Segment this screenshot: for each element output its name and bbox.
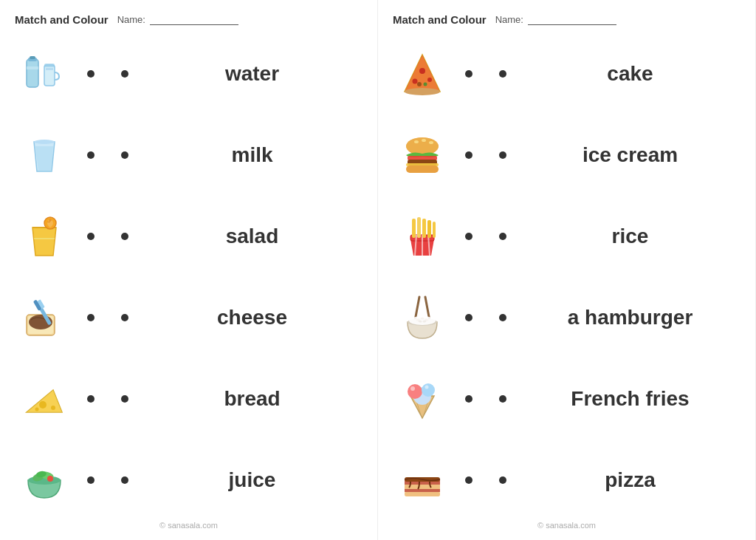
right-dot4-right — [499, 314, 506, 321]
icon-fries — [393, 213, 452, 260]
word-salad: salad — [142, 225, 362, 248]
svg-point-7 — [34, 140, 55, 144]
left-copyright: © sanasala.com — [15, 521, 362, 533]
right-panel: Match and Colour Name: — [378, 0, 756, 540]
left-dot5-right — [121, 395, 128, 403]
word-cheese: cheese — [142, 306, 362, 329]
svg-rect-9 — [47, 222, 50, 222]
icon-juice-glass — [15, 213, 74, 260]
svg-rect-49 — [422, 219, 426, 238]
left-row-juice: juice — [15, 447, 362, 513]
icon-rice-bowl — [393, 294, 452, 341]
svg-rect-42 — [406, 165, 439, 173]
svg-point-37 — [422, 139, 426, 142]
right-dot3-left — [465, 233, 472, 240]
svg-point-33 — [424, 83, 427, 86]
left-row-cheese: cheese — [15, 284, 362, 351]
word-pizza: pizza — [520, 468, 740, 492]
left-dot3-left — [87, 233, 94, 240]
svg-rect-5 — [44, 64, 55, 67]
right-dot5-right — [499, 395, 506, 403]
icon-water-bottles — [15, 50, 74, 98]
word-water: water — [142, 62, 362, 86]
right-row-pizza: pizza — [393, 447, 740, 513]
left-dot4-right — [121, 314, 128, 321]
svg-point-25 — [47, 476, 53, 482]
icon-glass-water — [15, 131, 74, 179]
svg-point-18 — [39, 401, 47, 409]
icon-cheese — [15, 375, 74, 423]
left-title: Match and Colour — [15, 13, 109, 26]
right-dot5-left — [465, 395, 472, 403]
svg-point-29 — [419, 68, 425, 74]
right-row-ice-cream: ice cream — [393, 122, 740, 188]
word-cake: cake — [520, 62, 740, 86]
right-dot3-right — [499, 233, 506, 240]
right-dot6-left — [465, 476, 472, 484]
svg-point-66 — [422, 383, 435, 397]
icon-pizza — [393, 50, 452, 98]
left-dot2-left — [87, 151, 94, 159]
left-dot6-left — [87, 476, 94, 484]
right-dot1-left — [465, 70, 472, 78]
right-row-hamburger: a hamburger — [393, 284, 740, 351]
svg-point-19 — [51, 406, 55, 410]
left-header: Match and Colour Name: — [15, 13, 362, 26]
left-dot1-left — [87, 70, 94, 78]
word-french-fries: French fries — [520, 387, 740, 411]
icon-bread-spread — [15, 294, 74, 341]
left-name-input — [150, 15, 238, 25]
svg-point-20 — [35, 408, 39, 411]
icon-cake-slice — [393, 457, 452, 504]
left-row-water: water — [15, 41, 362, 107]
svg-rect-72 — [405, 489, 440, 492]
svg-point-28 — [405, 88, 440, 95]
right-rows: cake — [393, 33, 740, 521]
left-dot3-right — [121, 233, 128, 240]
right-name-input — [528, 15, 616, 25]
icon-ice-cream — [393, 375, 452, 423]
left-panel: Match and Colour Name: — [0, 0, 378, 540]
left-row-milk: milk — [15, 122, 362, 188]
left-row-bread: bread — [15, 366, 362, 432]
left-row-salad: salad — [15, 203, 362, 270]
word-milk: milk — [142, 143, 362, 167]
svg-point-31 — [427, 78, 432, 82]
svg-point-57 — [421, 318, 425, 320]
right-dot6-right — [499, 476, 506, 484]
word-bread: bread — [142, 387, 362, 411]
svg-rect-2 — [30, 56, 35, 59]
svg-rect-48 — [417, 217, 421, 238]
right-copyright: © sanasala.com — [393, 521, 740, 533]
svg-rect-51 — [433, 222, 436, 238]
left-dot6-right — [121, 476, 128, 484]
right-dot2-left — [465, 151, 472, 159]
right-dot4-left — [465, 314, 472, 321]
left-dot5-left — [87, 395, 94, 403]
left-dot1-right — [121, 70, 128, 78]
svg-rect-6 — [46, 68, 53, 70]
left-name-label: Name: — [117, 14, 238, 25]
word-ice-cream: ice cream — [520, 143, 740, 167]
left-dot4-left — [87, 314, 94, 321]
svg-point-67 — [410, 386, 415, 391]
right-dot1-right — [499, 70, 506, 78]
left-rows: water milk — [15, 33, 362, 521]
svg-rect-73 — [405, 492, 440, 496]
right-title: Match and Colour — [393, 13, 487, 26]
word-juice: juice — [142, 468, 362, 492]
right-header: Match and Colour Name: — [393, 13, 740, 26]
svg-point-36 — [414, 140, 419, 143]
right-dot2-right — [499, 151, 506, 159]
icon-burger — [393, 131, 452, 179]
svg-rect-0 — [27, 59, 38, 87]
right-row-french-fries: French fries — [393, 366, 740, 432]
svg-point-68 — [425, 386, 429, 389]
svg-marker-17 — [27, 390, 62, 412]
word-rice: rice — [520, 225, 740, 248]
right-name-label: Name: — [495, 14, 616, 25]
icon-salad-bowl — [15, 457, 74, 504]
svg-point-65 — [408, 384, 422, 399]
word-hamburger: a hamburger — [520, 306, 740, 329]
svg-rect-50 — [427, 220, 431, 238]
